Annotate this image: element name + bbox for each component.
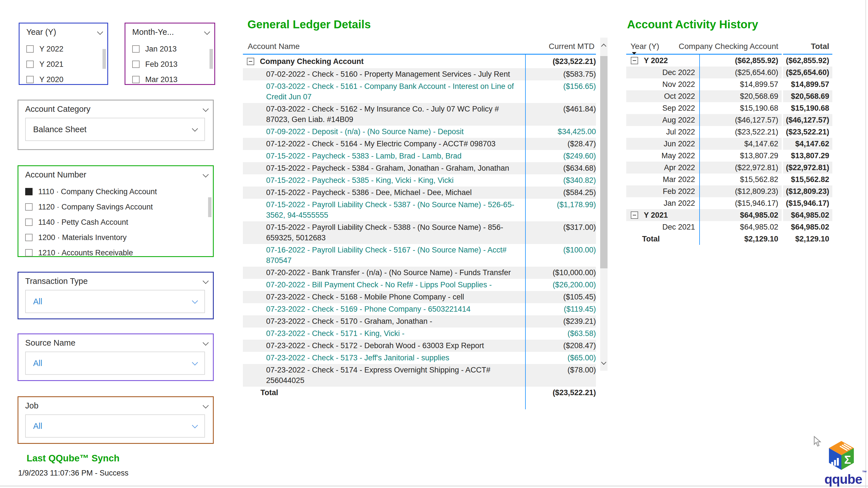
- ledger-detail-row[interactable]: 07-15-2022 - Payroll Liability Check - 5…: [243, 199, 596, 221]
- account-number-scrollbar[interactable]: [208, 197, 212, 217]
- ledger-scrollbar[interactable]: [600, 38, 608, 371]
- account-category-dropdown[interactable]: Balance Sheet: [25, 118, 205, 141]
- ledger-detail-row[interactable]: 07-15-2022 - Paycheck - 5385 - King, Vic…: [243, 174, 596, 186]
- activity-row-label: Sep 2022: [626, 102, 699, 114]
- chevron-down-icon[interactable]: [97, 29, 103, 35]
- account-number-option-item-label: 1120 · Company Savings Account: [38, 203, 153, 211]
- collapse-minus-icon[interactable]: [631, 211, 638, 219]
- chevron-down-icon[interactable]: [203, 172, 209, 178]
- activity-row-group[interactable]: Y 2022($62,855.92)($62,855.92): [626, 55, 832, 66]
- year-option-item[interactable]: Y 2020: [26, 72, 107, 87]
- ledger-group-row[interactable]: Company Checking Account ($23,522.21): [243, 55, 596, 68]
- collapse-minus-icon[interactable]: [631, 57, 638, 64]
- ledger-row-label: 07-15-2022 - Paycheck - 5384 - Graham, J…: [243, 162, 526, 174]
- checkbox-unchecked-icon[interactable]: [25, 234, 33, 241]
- scroll-up-icon[interactable]: [601, 43, 606, 49]
- ledger-detail-row[interactable]: 07-15-2022 - Paycheck - 5383 - Lamb, Bra…: [243, 150, 596, 162]
- ledger-detail-row[interactable]: 07-12-2022 - Check - 5164 - My Electric …: [243, 138, 596, 150]
- activity-row-month[interactable]: Dec 2022($25,654.60)($25,654.60): [626, 66, 832, 79]
- checkbox-unchecked-icon[interactable]: [132, 76, 140, 83]
- ledger-col-current-mtd[interactable]: Current MTD: [549, 42, 594, 51]
- chevron-down-icon[interactable]: [204, 29, 210, 35]
- activity-row-month[interactable]: Dec 2021$64,985.02$64,985.02: [626, 221, 832, 233]
- ledger-detail-row[interactable]: 07-15-2022 - Paycheck - 5386 - Dee, Mich…: [243, 186, 596, 199]
- ledger-detail-row[interactable]: 07-23-2022 - Check - 5170 - Graham, Jona…: [243, 315, 596, 328]
- chevron-down-icon[interactable]: [203, 278, 209, 284]
- month-year-slicer-scrollbar[interactable]: [210, 49, 213, 69]
- account-number-option-item[interactable]: 1210 · Accounts Receivable: [25, 245, 213, 261]
- activity-row-month[interactable]: Jul 2022($23,522.21)($23,522.21): [626, 126, 832, 138]
- activity-row-total[interactable]: Total$2,129.10$2,129.10: [626, 233, 832, 245]
- activity-row-month[interactable]: Sep 2022$15,190.68$15,190.68: [626, 102, 832, 114]
- year-option-item[interactable]: Y 2021: [26, 57, 107, 72]
- month-option-item[interactable]: Feb 2013: [132, 57, 214, 72]
- activity-col-company[interactable]: Company Checking Account: [679, 42, 778, 51]
- activity-row-month[interactable]: Oct 2022$20,568.69$20,568.69: [626, 90, 832, 102]
- ledger-detail-row[interactable]: 07-09-2022 - Deposit - (n/a) - (No Sourc…: [243, 126, 596, 138]
- ledger-detail-row[interactable]: 07-23-2022 - Check - 5169 - Phone Compan…: [243, 303, 596, 315]
- month-option-item[interactable]: Mar 2013: [132, 72, 214, 87]
- scroll-down-icon[interactable]: [601, 360, 606, 365]
- year-slicer-scrollbar[interactable]: [102, 49, 106, 69]
- ledger-detail-row[interactable]: 07-15-2022 - Payroll Liability Check - 5…: [243, 221, 596, 244]
- checkbox-unchecked-icon[interactable]: [25, 203, 33, 211]
- chevron-down-icon[interactable]: [203, 340, 209, 346]
- activity-row-month[interactable]: Mar 2022$15,562.82$15,562.82: [626, 174, 832, 185]
- activity-row-month[interactable]: Feb 2022($12,809.23)($12,809.23): [626, 185, 832, 197]
- checkbox-checked-icon[interactable]: [25, 188, 33, 195]
- ledger-detail-row[interactable]: 07-23-2022 - Check - 5171 - King, Vicki …: [243, 328, 596, 340]
- ledger-row-label: 07-23-2022 - Check - 5172 - Deborah Wood…: [243, 340, 526, 352]
- checkbox-unchecked-icon[interactable]: [26, 61, 34, 68]
- month-option-item[interactable]: Jan 2013: [132, 41, 214, 57]
- activity-col-year[interactable]: Year (Y): [630, 42, 659, 51]
- sort-descending-icon[interactable]: [632, 52, 637, 55]
- account-number-option-item[interactable]: 1110 · Company Checking Account: [25, 184, 213, 199]
- month-option-item-label: Jan 2013: [145, 45, 177, 54]
- transaction-type-dropdown[interactable]: All: [25, 290, 205, 313]
- activity-row-group[interactable]: Y 2021$64,985.02$64,985.02: [626, 209, 832, 221]
- ledger-detail-row[interactable]: 07-03-2022 - Check - 5162 - My Insurance…: [243, 103, 596, 126]
- activity-row-month[interactable]: Jan 2022($15,946.17)($15,946.17): [626, 197, 832, 209]
- ledger-detail-row[interactable]: 07-15-2022 - Paycheck - 5384 - Graham, J…: [243, 162, 596, 174]
- activity-row-month[interactable]: Nov 2022$14,899.57$14,899.57: [626, 79, 832, 90]
- activity-row-month[interactable]: Apr 2022($22,972.81)($22,972.81): [626, 162, 832, 174]
- job-dropdown[interactable]: All: [25, 415, 205, 437]
- account-number-option-item[interactable]: 1200 · Materials Inventory: [25, 230, 213, 245]
- ledger-row-value: ($65.00): [526, 352, 596, 364]
- ledger-detail-row[interactable]: 07-03-2022 - Check - 5161 - Company Bank…: [243, 81, 596, 103]
- ledger-scrollbar-thumb[interactable]: [600, 56, 608, 268]
- activity-row-month[interactable]: Aug 2022($46,127.57)($46,127.57): [626, 114, 832, 126]
- checkbox-unchecked-icon[interactable]: [26, 76, 34, 83]
- ledger-detail-row[interactable]: 07-23-2022 - Check - 5173 - Jeff's Janit…: [243, 352, 596, 364]
- activity-row-month[interactable]: May 2022$13,807.29$13,807.29: [626, 150, 832, 162]
- source-name-dropdown[interactable]: All: [25, 352, 205, 375]
- chevron-down-icon[interactable]: [203, 106, 209, 112]
- checkbox-unchecked-icon[interactable]: [132, 61, 140, 68]
- ledger-row-value: $34,425.00: [526, 126, 596, 138]
- ledger-detail-row[interactable]: 07-16-2022 - Payroll Liability Check - 5…: [243, 244, 596, 267]
- ledger-detail-row[interactable]: 07-02-2022 - Check - 5160 - Property Man…: [243, 68, 596, 81]
- ledger-detail-row[interactable]: 07-20-2022 - Bank Transfer - (n/a) - (No…: [243, 267, 596, 279]
- collapse-minus-icon[interactable]: [247, 58, 254, 65]
- ledger-detail-row[interactable]: 07-20-2022 - Bill Payment Check - No Ref…: [243, 279, 596, 291]
- ledger-detail-row[interactable]: 07-23-2022 - Check - 5174 - Express Over…: [243, 364, 596, 387]
- chevron-down-icon[interactable]: [203, 402, 209, 408]
- account-number-option-item[interactable]: 1120 · Company Savings Account: [25, 199, 213, 215]
- checkbox-unchecked-icon[interactable]: [25, 249, 33, 256]
- account-number-option-item[interactable]: 1140 · Petty Cash Account: [25, 215, 213, 230]
- activity-row-label: Total: [626, 233, 699, 245]
- checkbox-unchecked-icon[interactable]: [25, 218, 33, 226]
- checkbox-unchecked-icon[interactable]: [26, 45, 34, 53]
- year-option-item[interactable]: Y 2022: [26, 41, 107, 57]
- qqube-cube-icon: Σ: [828, 440, 855, 471]
- svg-text:Σ: Σ: [844, 454, 851, 466]
- activity-row-month[interactable]: Jun 2022$4,147.62$4,147.62: [626, 138, 832, 150]
- activity-company-value: ($12,809.23): [699, 185, 782, 197]
- ledger-col-account-name[interactable]: Account Name: [248, 42, 300, 51]
- activity-row-label: May 2022: [626, 150, 699, 162]
- ledger-detail-row[interactable]: 07-23-2022 - Check - 5168 - Mobile Phone…: [243, 291, 596, 303]
- checkbox-unchecked-icon[interactable]: [132, 45, 140, 53]
- activity-col-total[interactable]: Total: [811, 42, 829, 51]
- ledger-detail-row[interactable]: 07-23-2022 - Check - 5172 - Deborah Wood…: [243, 340, 596, 352]
- ledger-total-value: ($23,522.21): [526, 387, 596, 399]
